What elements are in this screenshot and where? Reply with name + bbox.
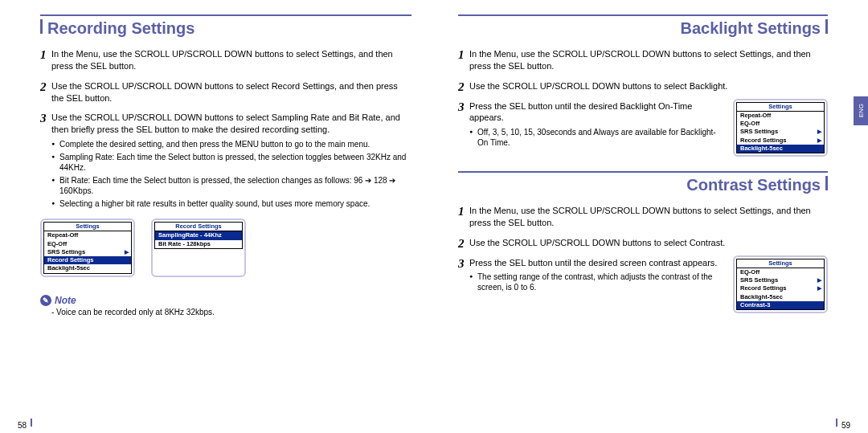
contrast-section: Contrast Settings In the Menu, use the S…	[458, 171, 828, 313]
lcd-line-selected: Contrast-3	[737, 301, 824, 309]
heading-text: Contrast Settings	[686, 176, 821, 194]
step-text: Use the SCROLL UP/SCROLL DOWN buttons to…	[51, 81, 398, 103]
lcd-line-selected: Record Settings	[44, 256, 131, 264]
lcd-line-selected: Backlight-5sec	[737, 145, 824, 153]
step-text: In the Menu, use the SCROLL UP/SCROLL DO…	[469, 49, 811, 71]
step-text: Use the SCROLL UP/SCROLL DOWN buttons to…	[469, 238, 725, 247]
lcd-line: EQ-Off	[737, 120, 824, 128]
page-spread: Recording Settings In the Menu, use the …	[0, 0, 868, 433]
lcd-row: Settings Repeat-Off EQ-Off SRS Settings …	[40, 219, 411, 277]
note-label: Note	[55, 295, 76, 306]
lcd-line: SRS Settings	[737, 276, 824, 284]
heading-text: Backlight Settings	[681, 19, 821, 37]
step: Press the SEL button until the desired s…	[458, 257, 828, 314]
lcd-title: Settings	[737, 259, 824, 268]
step-sub-list: Complete the desired setting, and then p…	[51, 139, 411, 209]
step: In the Menu, use the SCROLL UP/SCROLL DO…	[40, 48, 411, 72]
lcd-title: Settings	[44, 223, 131, 231]
step: In the Menu, use the SCROLL UP/SCROLL DO…	[458, 205, 828, 229]
step-text: Use the SCROLL UP/SCROLL DOWN buttons to…	[469, 81, 727, 91]
lcd-line: Repeat-Off	[44, 231, 131, 239]
page-number: 59	[841, 421, 850, 430]
lcd-line: Repeat-Off	[737, 112, 824, 120]
heading-text: Recording Settings	[47, 19, 194, 37]
step: Use the SCROLL UP/SCROLL DOWN buttons to…	[458, 80, 828, 92]
sub-item: Off, 3, 5, 10, 15, 30seconds and Always …	[469, 127, 722, 148]
note-block: ✎ Note - Voice can be recorded only at 8…	[40, 295, 411, 317]
sub-item: Bit Rate: Each time the Select button is…	[51, 175, 411, 196]
lcd-backlight: Settings Repeat-Off EQ-Off SRS Settings …	[733, 99, 828, 157]
lcd-line: EQ-Off	[737, 268, 824, 276]
backlight-steps: In the Menu, use the SCROLL UP/SCROLL DO…	[458, 48, 828, 157]
sub-item: Sampling Rate: Each time the Select butt…	[51, 152, 411, 173]
step-text: Press the SEL button until the desired s…	[469, 258, 717, 268]
note-text: - Voice can be recorded only at 8KHz 32k…	[51, 308, 411, 317]
step-text: Use the SCROLL UP/SCROLL DOWN buttons to…	[51, 112, 400, 134]
lcd-line: Backlight-5sec	[44, 264, 131, 272]
page-58: Recording Settings In the Menu, use the …	[0, 0, 434, 433]
heading-backlight: Backlight Settings	[458, 14, 828, 37]
lcd-title: Settings	[737, 103, 824, 112]
lcd-line: Bit Rate - 128kbps	[155, 240, 242, 248]
note-icon: ✎	[40, 295, 51, 306]
step-text: Press the SEL button until the desired B…	[469, 101, 692, 123]
heading-recording-settings: Recording Settings	[40, 14, 411, 37]
step: In the Menu, use the SCROLL UP/SCROLL DO…	[458, 48, 828, 72]
lcd-line: SRS Settings	[44, 248, 131, 256]
contrast-steps: In the Menu, use the SCROLL UP/SCROLL DO…	[458, 205, 828, 313]
lcd-settings: Settings Repeat-Off EQ-Off SRS Settings …	[40, 219, 135, 277]
page-59: ENG Backlight Settings In the Menu, use …	[434, 0, 868, 433]
step-text: In the Menu, use the SCROLL UP/SCROLL DO…	[51, 49, 393, 71]
sub-item: Selecting a higher bit rate results in b…	[51, 198, 411, 209]
page-number: 58	[18, 421, 27, 430]
sub-item: Complete the desired setting, and then p…	[51, 139, 411, 149]
lcd-title: Record Settings	[155, 223, 242, 231]
page-number-rule	[31, 419, 32, 427]
note-heading: ✎ Note	[40, 295, 411, 306]
step-sub-list: The setting range of the contrast, which…	[469, 272, 722, 292]
sub-item: The setting range of the contrast, which…	[469, 272, 722, 292]
lcd-line: Record Settings	[737, 137, 824, 145]
lcd-record-settings: Record Settings SamplingRate - 44Khz Bit…	[151, 219, 246, 277]
step: Use the SCROLL UP/SCROLL DOWN buttons to…	[40, 112, 411, 209]
step: Use the SCROLL UP/SCROLL DOWN buttons to…	[458, 237, 828, 249]
step: Press the SEL button until the desired B…	[458, 100, 828, 157]
step-sub-list: Off, 3, 5, 10, 15, 30seconds and Always …	[469, 127, 722, 148]
lcd-line: SRS Settings	[737, 128, 824, 136]
backlight-section: Backlight Settings In the Menu, use the …	[458, 14, 828, 157]
recording-steps: In the Menu, use the SCROLL UP/SCROLL DO…	[40, 48, 411, 209]
lcd-contrast: Settings EQ-Off SRS Settings Record Sett…	[733, 255, 828, 314]
page-number-rule	[836, 419, 837, 427]
language-label: ENG	[858, 104, 865, 117]
lcd-line: Record Settings	[737, 284, 824, 292]
lcd-line: Backlight-5sec	[737, 293, 824, 301]
language-tab: ENG	[854, 96, 868, 125]
lcd-line: EQ-Off	[44, 240, 131, 248]
step-text: In the Menu, use the SCROLL UP/SCROLL DO…	[469, 206, 811, 227]
lcd-line-selected: SamplingRate - 44Khz	[155, 231, 242, 239]
heading-contrast: Contrast Settings	[458, 171, 828, 194]
step: Use the SCROLL UP/SCROLL DOWN buttons to…	[40, 80, 411, 104]
